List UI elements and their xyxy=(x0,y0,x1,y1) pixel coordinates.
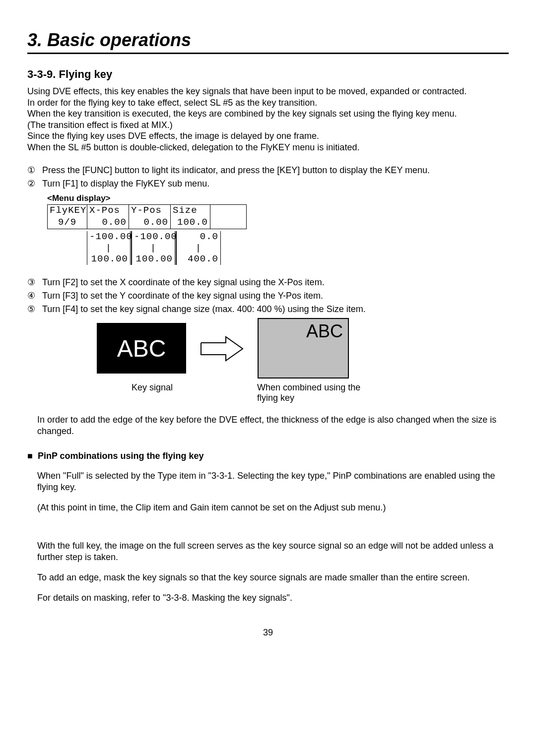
pinp-p4: To add an edge, mask the key signals so … xyxy=(37,572,509,583)
menu-header-xpos: X-Pos xyxy=(87,205,129,217)
range-xpos-sep: | xyxy=(89,243,128,254)
step-3-marker: ③ xyxy=(27,277,37,288)
range-ypos-max: 100.00 xyxy=(134,253,173,265)
step-3: ③ Turn [F2] to set the X coordinate of t… xyxy=(27,277,509,288)
caption-combined: When combined using the flying key xyxy=(257,382,371,403)
step-5-text: Turn [F4] to set the key signal change s… xyxy=(42,304,366,315)
intro-line-5: Since the flying key uses DVE effects, t… xyxy=(27,130,509,142)
menu-header-ypos: Y-Pos xyxy=(129,205,171,217)
pinp-subheading: ■ PinP combinations using the flying key xyxy=(27,451,509,461)
pinp-p5: For details on masking, refer to "3-3-8.… xyxy=(37,592,509,604)
menu-ranges: -100.00 | 100.00 -100.00 | 100.00 0.0 | … xyxy=(87,231,509,265)
step-3-text: Turn [F2] to set the X coordinate of the… xyxy=(42,277,325,288)
page-number: 39 xyxy=(0,628,536,638)
caption-key-signal: Key signal xyxy=(132,382,173,403)
intro-line-3: When the key transition is executed, the… xyxy=(27,108,509,120)
range-ypos-sep: | xyxy=(134,243,173,254)
illustration-captions: Key signal When combined using the flyin… xyxy=(132,382,509,403)
menu-value-page: 9/9 xyxy=(48,217,87,229)
arrow-icon xyxy=(200,336,244,362)
range-xpos-max: 100.00 xyxy=(89,253,128,265)
pinp-p1: When "Full" is selected by the Type item… xyxy=(37,470,509,493)
range-size-sep: | xyxy=(179,243,218,254)
menu-display-label: <Menu display> xyxy=(47,193,509,203)
menu-value-xpos: 0.00 xyxy=(87,217,129,229)
menu-value-ypos: 0.00 xyxy=(129,217,171,229)
intro-line-2: In order for the flying key to take effe… xyxy=(27,97,509,109)
pinp-subheading-text: PinP combinations using the flying key xyxy=(38,451,204,461)
menu-value-blank xyxy=(210,217,246,229)
menu-value-size: 100.0 xyxy=(171,217,210,229)
range-size: 0.0 | 400.0 xyxy=(176,231,221,265)
range-ypos-min: -100.00 xyxy=(134,231,173,243)
step-4-text: Turn [F3] to set the Y coordinate of the… xyxy=(42,290,323,302)
menu-header-size: Size xyxy=(171,205,210,217)
step-2-text: Turn [F1] to display the FlyKEY sub menu… xyxy=(42,178,209,189)
title-underline xyxy=(27,53,509,54)
menu-header-name: FlyKEY xyxy=(48,205,87,217)
key-signal-text: ABC xyxy=(117,335,166,362)
step-2: ② Turn [F1] to display the FlyKEY sub me… xyxy=(27,178,509,189)
range-size-max: 400.0 xyxy=(179,253,218,265)
intro-line-6: When the SL #5 button is double-clicked,… xyxy=(27,142,509,153)
step-4-marker: ④ xyxy=(27,290,37,302)
pinp-p3: With the full key, the image on the full… xyxy=(37,540,509,563)
step-5: ⑤ Turn [F4] to set the key signal change… xyxy=(27,304,509,315)
intro-line-1: Using DVE effects, this key enables the … xyxy=(27,86,509,97)
edge-note: In order to add the edge of the key befo… xyxy=(37,414,509,437)
chapter-title: 3. Basic operations xyxy=(27,30,509,51)
range-size-min: 0.0 xyxy=(179,231,218,243)
combined-output-text: ABC xyxy=(306,321,343,342)
range-xpos: -100.00 | 100.00 xyxy=(87,231,132,265)
pinp-p2: (At this point in time, the Clip item an… xyxy=(37,502,509,513)
step-1-text: Press the [FUNC] button to light its ind… xyxy=(42,165,430,176)
step-2-marker: ② xyxy=(27,178,37,189)
step-5-marker: ⑤ xyxy=(27,304,37,315)
step-4: ④ Turn [F3] to set the Y coordinate of t… xyxy=(27,290,509,302)
key-signal-box: ABC xyxy=(97,323,186,374)
step-1-marker: ① xyxy=(27,165,37,176)
menu-display-table: FlyKEY X-Pos Y-Pos Size 9/9 0.00 0.00 10… xyxy=(47,204,247,229)
illustration: ABC ABC xyxy=(97,323,509,378)
menu-header-blank xyxy=(210,205,246,217)
combined-output-box: ABC xyxy=(258,318,349,378)
intro-line-4: (The transition effect is fixed at MIX.) xyxy=(27,120,509,131)
section-title: 3-3-9. Flying key xyxy=(27,68,509,81)
range-ypos: -100.00 | 100.00 xyxy=(132,231,176,265)
square-bullet-icon: ■ xyxy=(27,451,33,461)
range-xpos-min: -100.00 xyxy=(89,231,128,243)
step-1: ① Press the [FUNC] button to light its i… xyxy=(27,165,509,176)
